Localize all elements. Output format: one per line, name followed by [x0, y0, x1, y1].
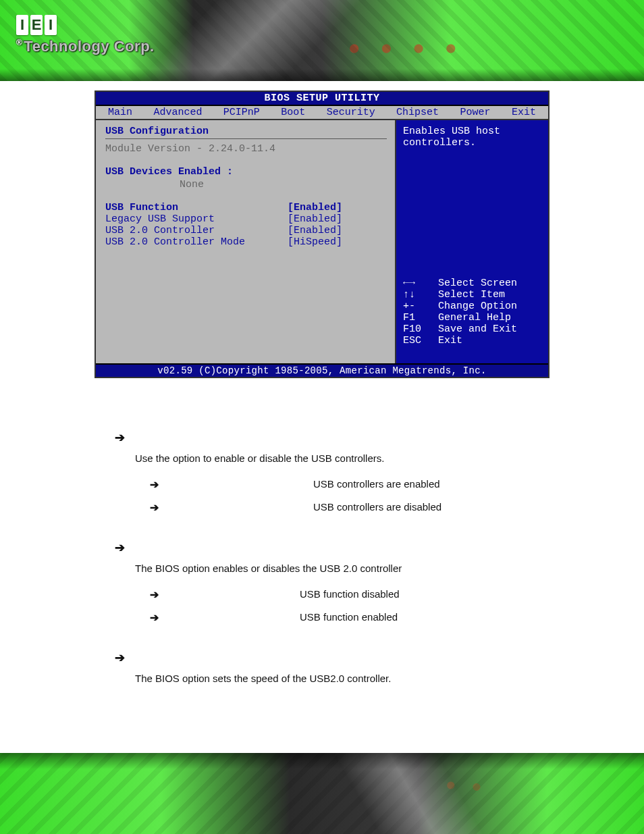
- key-hint: ←→: [403, 278, 433, 289]
- bios-module-version: Module Version - 2.24.0-11.4: [105, 143, 387, 155]
- bios-section-header: USB Configuration: [105, 126, 387, 137]
- bios-option-row[interactable]: USB 2.0 Controller Mode [HiSpeed]: [105, 236, 387, 248]
- logo-text: Technology Corp.: [24, 38, 154, 55]
- bios-menu-main[interactable]: Main: [108, 107, 132, 118]
- heading-usb2-controller: ➔ USB 2.0 Controller [Enabled]: [115, 539, 603, 554]
- document-body: ➔ USB Function [Enabled] Use the option …: [0, 429, 644, 686]
- bios-option-label: USB Function: [105, 202, 288, 213]
- bios-option-value: [HiSpeed]: [288, 236, 342, 248]
- registered-mark: ®: [16, 38, 22, 47]
- arrow-right-icon: ➔: [115, 539, 125, 557]
- key-desc: Exit: [438, 335, 462, 346]
- bios-menu-exit[interactable]: Exit: [512, 107, 536, 118]
- bios-option-value: [Enabled]: [288, 202, 342, 213]
- key-desc: Change Option: [438, 301, 517, 312]
- bios-menu-boot[interactable]: Boot: [281, 107, 305, 118]
- bios-menu-chipset[interactable]: Chipset: [396, 107, 439, 118]
- option-desc: USB controllers are enabled: [313, 477, 603, 492]
- key-desc: Select Item: [438, 289, 505, 301]
- bios-right-pane: Enables USB host controllers. ←→Select S…: [396, 120, 548, 363]
- text: BIOS option sets the speed of the USB2.0…: [155, 673, 391, 684]
- bios-option-label: USB 2.0 Controller Mode: [105, 236, 288, 248]
- bios-footer: v02.59 (C)Copyright 1985-2005, American …: [96, 363, 548, 377]
- bios-option-value: [Enabled]: [288, 213, 342, 225]
- key-desc: Save and Exit: [438, 323, 517, 335]
- bios-option-row[interactable]: Legacy USB Support [Enabled]: [105, 213, 387, 225]
- arrow-right-icon: ➔: [115, 649, 125, 667]
- key-hint: ↑↓: [403, 289, 433, 301]
- top-banner: I E I ®Technology Corp.: [0, 0, 644, 81]
- bios-menubar: Main Advanced PCIPnP Boot Security Chips…: [96, 106, 548, 120]
- key-hint: +-: [403, 301, 433, 312]
- arrow-right-icon: ➔: [150, 477, 167, 493]
- arrow-right-icon: ➔: [115, 429, 125, 447]
- text: Use the: [135, 452, 173, 464]
- bios-option-value: [Enabled]: [288, 225, 342, 236]
- paragraph: The BIOS option enables or disables the …: [135, 561, 603, 577]
- bios-option-row[interactable]: USB 2.0 Controller [Enabled]: [105, 225, 387, 236]
- bios-menu-pcipnp[interactable]: PCIPnP: [223, 107, 260, 118]
- paragraph: Use the option to enable or disable the …: [135, 451, 603, 467]
- key-hint: ESC: [403, 335, 433, 346]
- bios-screenshot: BIOS SETUP UTILITY Main Advanced PCIPnP …: [95, 90, 549, 378]
- text: BIOS option enables or disables the USB …: [155, 563, 402, 574]
- bios-help-description: Enables USB host controllers.: [403, 126, 541, 149]
- logo-technology-corp: ®Technology Corp.: [16, 38, 155, 55]
- bios-title: BIOS SETUP UTILITY: [96, 92, 548, 106]
- text: The: [135, 563, 155, 574]
- logo-iei: I E I: [16, 15, 155, 35]
- bios-option-label: Legacy USB Support: [105, 213, 288, 225]
- text: The: [135, 673, 155, 684]
- heading-usb-function: ➔ USB Function [Enabled]: [115, 429, 603, 444]
- bios-devices-value: None: [105, 179, 387, 190]
- brand-logo: I E I ®Technology Corp.: [16, 15, 155, 55]
- bios-devices-label: USB Devices Enabled :: [105, 166, 387, 178]
- option-desc: USB function enabled: [300, 610, 603, 625]
- bios-menu-power[interactable]: Power: [460, 107, 491, 118]
- logo-letter: I: [45, 15, 57, 35]
- bios-menu-advanced[interactable]: Advanced: [153, 107, 202, 118]
- divider: [105, 138, 387, 139]
- option-row: ➔ Disabled USB controllers are disabled: [150, 500, 603, 516]
- paragraph: The BIOS option sets the speed of the US…: [135, 671, 603, 687]
- option-row: ➔ Enabled (Default) USB controllers are …: [150, 477, 603, 493]
- text: option to enable or disable the USB cont…: [173, 452, 385, 464]
- arrow-right-icon: ➔: [150, 610, 167, 626]
- key-hint: F10: [403, 323, 433, 335]
- option-row: ➔ Disabled USB function disabled: [150, 587, 603, 603]
- bottom-banner: [0, 753, 644, 834]
- logo-letter: E: [30, 15, 43, 35]
- logo-letter: I: [16, 15, 28, 35]
- heading-usb2-controller-mode: ➔ USB2.0 Controller Mode [HiSpeed]: [115, 649, 603, 664]
- key-desc: General Help: [438, 312, 511, 323]
- bios-help-keys: ←→Select Screen ↑↓Select Item +-Change O…: [403, 278, 541, 358]
- option-desc: USB function disabled: [300, 587, 603, 602]
- option-desc: USB controllers are disabled: [313, 500, 603, 515]
- arrow-right-icon: ➔: [150, 587, 167, 603]
- option-row: ➔ Enabled (Default) USB function enabled: [150, 610, 603, 626]
- key-desc: Select Screen: [438, 278, 517, 289]
- bios-option-row[interactable]: USB Function [Enabled]: [105, 202, 387, 213]
- key-hint: F1: [403, 312, 433, 323]
- arrow-right-icon: ➔: [150, 500, 167, 516]
- bios-menu-security[interactable]: Security: [327, 107, 375, 118]
- bios-left-pane: USB Configuration Module Version - 2.24.…: [96, 120, 396, 363]
- bios-option-label: USB 2.0 Controller: [105, 225, 288, 236]
